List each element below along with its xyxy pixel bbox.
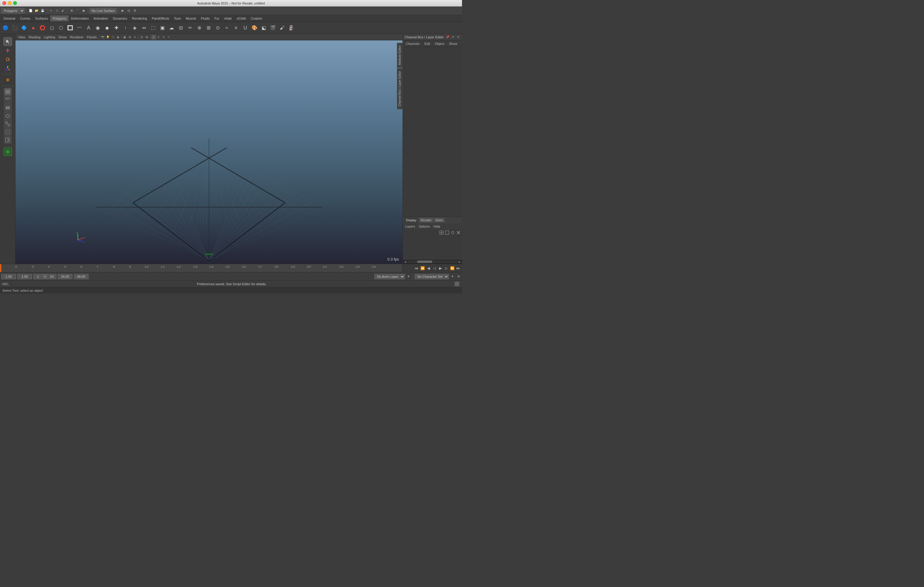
char-set-settings-icon[interactable]: ⚙ bbox=[456, 274, 461, 279]
shelf-disc[interactable]: ⬡ bbox=[56, 23, 65, 32]
shelf-target-weld[interactable]: ⊕ bbox=[195, 23, 204, 32]
shelf-uv[interactable]: U bbox=[241, 23, 250, 32]
display-layer-icon[interactable] bbox=[4, 88, 12, 95]
menu-ncloth[interactable]: nCloth bbox=[234, 15, 249, 21]
play-forward-button[interactable]: ▶ bbox=[437, 266, 443, 271]
cb-channels-tab[interactable]: Channels bbox=[404, 41, 421, 46]
ipr-render-icon[interactable]: ⊡ bbox=[126, 8, 131, 13]
shelf-sphere[interactable]: 🔵 bbox=[1, 23, 10, 32]
render-settings-icon[interactable]: ⚙ bbox=[132, 8, 137, 13]
open-file-icon[interactable]: 📂 bbox=[34, 8, 39, 13]
vp-show-menu[interactable]: Show bbox=[57, 35, 68, 39]
shelf-bridge[interactable]: ⇔ bbox=[139, 23, 148, 32]
cb-pin-icon[interactable]: 📌 bbox=[446, 35, 449, 39]
menu-custom[interactable]: Custom bbox=[249, 15, 265, 21]
vp-xray-icon[interactable]: ⊞ bbox=[127, 35, 132, 39]
range-start-field[interactable] bbox=[34, 274, 43, 279]
playback-end-field[interactable] bbox=[58, 274, 73, 279]
shelf-helix[interactable]: 〰 bbox=[75, 23, 84, 32]
snap-grid-icon[interactable]: ⊞ bbox=[69, 8, 74, 13]
scroll-thumb[interactable] bbox=[417, 260, 432, 263]
select-tool-button[interactable] bbox=[3, 38, 12, 46]
anim-end-field[interactable] bbox=[74, 274, 89, 279]
shelf-mirror-cut[interactable]: ⊟ bbox=[176, 23, 185, 32]
object-mode-icon[interactable] bbox=[4, 112, 12, 120]
maximize-button[interactable] bbox=[13, 1, 17, 5]
shelf-paint-weights[interactable]: 🖌 bbox=[278, 23, 287, 32]
shelf-smooth[interactable]: ☁ bbox=[167, 23, 176, 32]
vp-shading-menu[interactable]: Shading bbox=[27, 35, 42, 39]
step-forward-button[interactable]: ▷ bbox=[444, 266, 449, 271]
cb-object-tab[interactable]: Object bbox=[433, 41, 446, 46]
render-layout-icon[interactable] bbox=[4, 136, 12, 144]
vp-smooth-btn[interactable]: 5 bbox=[157, 35, 161, 39]
new-file-icon[interactable]: 📄 bbox=[28, 8, 33, 13]
go-start-button[interactable]: ⏮ bbox=[414, 266, 419, 271]
layer-vis-icon[interactable] bbox=[4, 104, 12, 112]
snap-curve-icon[interactable]: ⌒ bbox=[75, 8, 80, 13]
render-layer-tab[interactable]: Render bbox=[419, 218, 433, 222]
move-tool-button[interactable] bbox=[3, 46, 12, 55]
character-set-selector[interactable]: No Character Set bbox=[415, 274, 449, 279]
shelf-torus[interactable]: ⭕ bbox=[38, 23, 47, 32]
shelf-extract[interactable]: ⊙ bbox=[213, 23, 222, 32]
anim-layer-selector[interactable]: No Anim Layer bbox=[374, 274, 405, 279]
menu-polygons[interactable]: Polygons bbox=[50, 15, 68, 21]
scroll-track[interactable] bbox=[407, 260, 458, 263]
vp-smooth-icon[interactable]: ◉ bbox=[116, 35, 120, 39]
delete-layer-icon[interactable] bbox=[456, 230, 461, 235]
paint-select-icon[interactable]: 🖌 bbox=[60, 8, 66, 13]
close-button[interactable] bbox=[2, 1, 6, 5]
help-menu[interactable]: Help bbox=[432, 225, 442, 228]
vp-hud-icon[interactable]: ⊠ bbox=[145, 35, 149, 39]
layers-menu[interactable]: Layers bbox=[404, 225, 416, 228]
shelf-cone[interactable]: 🔺 bbox=[29, 23, 38, 32]
character-set-icon[interactable]: ▼ bbox=[450, 274, 455, 279]
step-back-button[interactable]: ⏪ bbox=[420, 266, 425, 271]
cb-close-icon[interactable]: ✕ bbox=[456, 35, 460, 39]
menu-surfaces[interactable]: Surfaces bbox=[33, 15, 50, 21]
shelf-harden-edge[interactable]: ≡ bbox=[232, 23, 241, 32]
menu-muscle[interactable]: Muscle bbox=[183, 15, 199, 21]
options-menu[interactable]: Options bbox=[417, 225, 431, 228]
minimize-button[interactable] bbox=[8, 1, 12, 5]
vp-renderer-menu[interactable]: Renderer bbox=[68, 35, 85, 39]
lasso-select-icon[interactable]: ⬡ bbox=[54, 8, 60, 13]
shelf-svp-sphere[interactable]: ◉ bbox=[93, 23, 102, 32]
vp-select-mask-icon[interactable]: ▦ bbox=[122, 35, 127, 39]
playback-start-field[interactable] bbox=[17, 274, 32, 279]
shelf-fill-hole[interactable]: ▣ bbox=[158, 23, 167, 32]
current-time-field[interactable] bbox=[1, 274, 16, 279]
vp-grid-icon[interactable]: ⊟ bbox=[139, 35, 144, 39]
layout-icon[interactable] bbox=[4, 128, 12, 136]
shelf-plane[interactable]: ◻ bbox=[47, 23, 56, 32]
vp-texture-btn[interactable]: 6 bbox=[162, 35, 166, 39]
vp-view-menu[interactable]: View bbox=[16, 35, 27, 39]
layer-scrollbar[interactable]: ◀ ▶ bbox=[403, 260, 462, 264]
shelf-split-mesh[interactable]: ⊞ bbox=[204, 23, 213, 32]
shelf-append[interactable]: ⬚ bbox=[148, 23, 158, 32]
range-expand-button[interactable]: ⊞ bbox=[43, 274, 47, 279]
vp-camera-icon[interactable]: 📷 bbox=[101, 35, 105, 39]
shelf-texture[interactable]: 🎨 bbox=[250, 23, 259, 32]
scroll-left-arrow[interactable]: ◀ bbox=[403, 260, 407, 263]
menu-fur[interactable]: Fur bbox=[212, 15, 222, 21]
vp-shading-icon[interactable]: 💡 bbox=[106, 35, 110, 39]
shelf-soften-edge[interactable]: ≈ bbox=[223, 23, 231, 32]
menu-painteffects[interactable]: PaintEffects bbox=[150, 15, 172, 21]
snap-together-icon[interactable] bbox=[4, 120, 12, 128]
vp-isolate-icon[interactable]: ⊙ bbox=[133, 35, 137, 39]
empty-layer-icon[interactable] bbox=[445, 230, 449, 235]
display-layer-tab[interactable]: Display bbox=[404, 218, 418, 222]
range-end-field[interactable] bbox=[47, 274, 56, 279]
cb-show-tab[interactable]: Show bbox=[447, 41, 459, 46]
menu-nhair[interactable]: nHair bbox=[222, 15, 234, 21]
menu-fluids[interactable]: Fluids bbox=[199, 15, 212, 21]
select-icon[interactable]: ↖ bbox=[48, 8, 54, 13]
cb-refresh-icon[interactable]: ↺ bbox=[451, 35, 455, 39]
viewport-canvas[interactable]: x y z persp 0.3 fps bbox=[15, 40, 403, 264]
shelf-cube[interactable]: ⬛ bbox=[10, 23, 19, 32]
script-editor-button[interactable] bbox=[454, 281, 460, 287]
mode-selector[interactable]: Polygons Surfaces Animation bbox=[1, 8, 25, 13]
go-end-button[interactable]: ⏭ bbox=[455, 266, 461, 271]
